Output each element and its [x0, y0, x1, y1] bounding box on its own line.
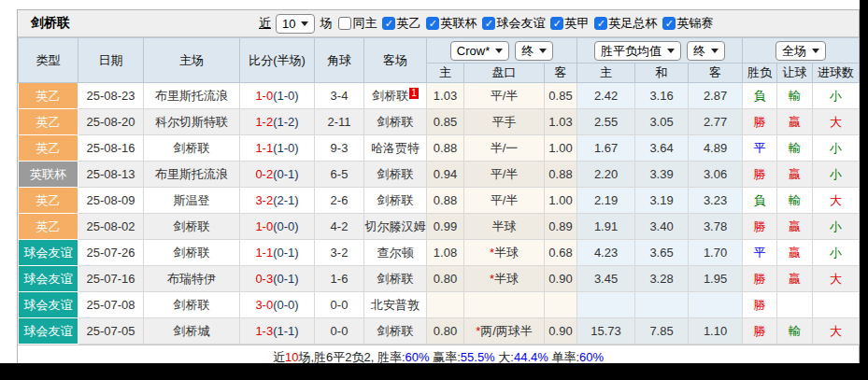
filter-label: 英足总杯 [608, 15, 657, 32]
odds-away-cell: 0.89 [545, 214, 577, 240]
result-group-header: 全场 [743, 38, 860, 63]
outcome-result-cell: 勝 [743, 292, 777, 318]
half-score: (0-1) [273, 167, 298, 181]
checkbox-checked[interactable]: ✓ [482, 17, 495, 30]
filter-英联杯[interactable]: ✓英联杯 [426, 15, 477, 32]
corner-cell: 0-0 [315, 318, 364, 345]
subcol-handicap: 盘口 [464, 63, 545, 83]
date-cell: 25-08-13 [78, 162, 144, 188]
summary-segment: 55.5% [461, 350, 495, 364]
odds-away-cell: 0.90 [545, 266, 577, 292]
avg-group-header: 胜平负均值 终 [577, 38, 743, 63]
recent-link[interactable]: 近 [259, 15, 271, 32]
table-row: 英联杯25-08-13布里斯托流浪0-2(0-1)6-5剑桥联0.94平/半0.… [19, 162, 860, 188]
filter-英足总杯[interactable]: ✓英足总杯 [594, 15, 657, 32]
score-cell: 1-0(1-0) [240, 83, 315, 109]
title-bar: 剑桥联 近 10 场 同主✓英乙✓英联杯✓球会友谊✓英甲✓英足总杯✓英锦赛 [18, 10, 859, 37]
odds-home-cell: 0.99 [427, 214, 464, 240]
table-row: 英乙25-08-23布里斯托流浪1-0(1-0)3-4剑桥联11.03平/半0.… [19, 83, 860, 109]
date-cell: 25-07-05 [78, 318, 144, 345]
home-team-cell: 剑桥城 [144, 318, 240, 345]
odds-away-cell: 1.00 [545, 188, 577, 214]
goals-result-cell: 大 [813, 109, 860, 135]
corner-cell: 3-4 [315, 83, 364, 109]
score-cell: 1-3(1-1) [240, 318, 315, 345]
avg-state-select[interactable]: 终 [687, 41, 725, 61]
avg-away-cell: 3.78 [689, 214, 743, 240]
away-team-cell: 剑桥联 [364, 188, 427, 214]
filter-英甲[interactable]: ✓英甲 [550, 15, 589, 32]
scope-select[interactable]: 全场 [776, 41, 826, 61]
league-cell: 球会友谊 [19, 318, 78, 345]
handicap-text: 平/半 [491, 193, 519, 207]
table-row: 球会友谊25-07-05剑桥城1-3(1-1)0-0剑桥联0.80*两/两球半0… [19, 318, 860, 345]
half-score: (1-1) [273, 324, 298, 338]
checkbox-checked[interactable]: ✓ [550, 17, 563, 30]
avg-away-cell: 1.10 [689, 318, 743, 345]
summary-segment: 大: [495, 350, 514, 364]
checkbox-unchecked[interactable] [338, 17, 351, 30]
checkbox-checked[interactable]: ✓ [382, 17, 395, 30]
odds-state-select[interactable]: 终 [515, 41, 553, 61]
handicap-cell: 半/一 [464, 135, 545, 162]
avg-draw-cell: 3.65 [635, 240, 689, 266]
away-team-cell: 剑桥联1 [364, 83, 427, 109]
table-row: 英乙25-08-09斯温登3-2(2-1)2-6剑桥联0.88平/半1.002.… [19, 188, 860, 214]
avg-type-select[interactable]: 胜平负均值 [594, 41, 681, 61]
subcol-handicap-result: 让球 [777, 63, 813, 83]
chevron-down-icon [539, 49, 547, 53]
match-history-panel: 剑桥联 近 10 场 同主✓英乙✓英联杯✓球会友谊✓英甲✓英足总杯✓英锦赛 类型… [17, 9, 860, 371]
checkbox-checked[interactable]: ✓ [662, 17, 676, 30]
home-team-cell: 剑桥联 [144, 135, 240, 162]
handicap-text: 半球 [494, 246, 519, 260]
summary-segment: 单率: [548, 350, 579, 364]
recent-count-select[interactable]: 10 [276, 14, 315, 34]
score-cell: 1-1(1-0) [240, 135, 315, 162]
avg-draw-cell: 3.19 [635, 188, 689, 214]
odds-away-cell: 0.68 [545, 240, 577, 266]
odds-state-value: 终 [521, 44, 534, 58]
col-header-score: 比分(半场) [240, 38, 315, 83]
away-team-cell: 切尔滕汉姆 [364, 214, 427, 240]
handicap-cell: *半球 [464, 266, 545, 292]
date-cell: 25-08-09 [78, 188, 144, 214]
odds-away-cell: 1.00 [545, 135, 577, 162]
full-score: 3-2 [255, 193, 273, 207]
odds-away-cell: 0.85 [545, 83, 577, 109]
odds-home-cell: 0.80 [427, 266, 464, 292]
odds-source-select[interactable]: Crow* [450, 41, 509, 61]
score-cell: 3-2(2-1) [240, 188, 315, 214]
recent-count-value: 10 [282, 17, 295, 31]
handicap-result-cell: 贏 [777, 214, 813, 240]
handicap-result-cell: 贏 [777, 240, 813, 266]
avg-away-cell: 3.06 [689, 162, 743, 188]
filter-球会友谊[interactable]: ✓球会友谊 [482, 15, 545, 32]
matches-label: 场 [320, 15, 332, 32]
matches-table: 类型 日期 主场 比分(半场) 角球 客场 Crow* 终 [18, 37, 860, 345]
table-row: 英乙25-08-16剑桥联1-1(1-0)9-3哈洛贾特0.88半/一1.001… [19, 135, 860, 162]
corner-cell: 9-3 [315, 135, 364, 162]
avg-draw-cell [635, 292, 689, 318]
table-row: 英乙25-08-02剑桥联1-0(0-0)4-2切尔滕汉姆0.99半球0.891… [19, 214, 860, 240]
filter-同主[interactable]: 同主 [338, 15, 377, 32]
home-team-cell: 剑桥联 [144, 214, 240, 240]
checkbox-checked[interactable]: ✓ [594, 17, 607, 30]
filter-label: 英锦赛 [676, 15, 713, 32]
filter-英乙[interactable]: ✓英乙 [382, 15, 420, 32]
odds-away-cell [545, 292, 577, 318]
handicap-text: 平/半 [491, 89, 519, 103]
handicap-text: 半球 [494, 272, 519, 286]
full-score: 0-3 [255, 272, 273, 286]
odds-home-cell: 0.85 [427, 109, 464, 135]
filter-英锦赛[interactable]: ✓英锦赛 [662, 15, 713, 32]
handicap-text: 平/半 [491, 167, 519, 181]
summary-segment: 赢率: [430, 350, 461, 364]
date-cell: 25-08-23 [78, 83, 144, 109]
league-cell: 英乙 [19, 109, 78, 135]
half-score: (0-1) [273, 272, 298, 286]
odds-home-cell [427, 292, 464, 318]
col-header-corner: 角球 [315, 38, 364, 83]
checkbox-checked[interactable]: ✓ [426, 17, 439, 30]
filter-label: 球会友谊 [496, 15, 545, 32]
outcome-result-cell: 勝 [743, 162, 777, 188]
